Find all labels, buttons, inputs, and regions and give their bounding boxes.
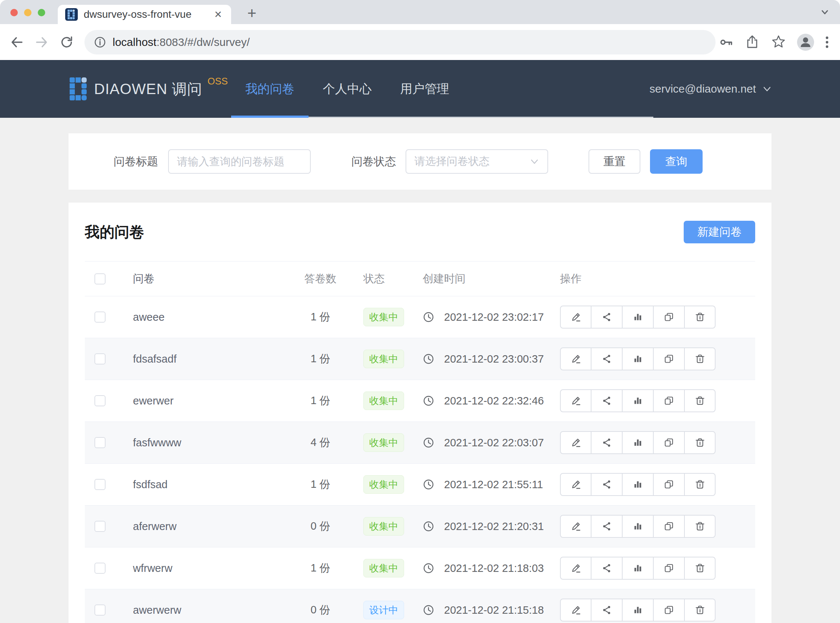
row-checkbox[interactable]: [95, 521, 106, 532]
delete-button[interactable]: [684, 473, 716, 496]
clock-icon: [423, 604, 434, 616]
survey-status-label: 问卷状态: [351, 154, 396, 169]
copy-button[interactable]: [653, 557, 684, 580]
browser-menu-icon[interactable]: [825, 35, 829, 50]
site-info-icon[interactable]: [94, 35, 107, 49]
share-button[interactable]: [591, 389, 622, 412]
reset-button[interactable]: 重置: [589, 149, 641, 174]
row-checkbox[interactable]: [95, 437, 106, 448]
nav-item-1[interactable]: 个人中心: [308, 60, 386, 118]
nav-item-2[interactable]: 用户管理: [386, 60, 463, 118]
delete-button[interactable]: [684, 389, 716, 412]
profile-avatar[interactable]: [797, 34, 814, 51]
survey-name: awerwerw: [116, 604, 291, 616]
edit-button[interactable]: [560, 473, 591, 496]
brand-name: DIAOWEN 调问: [94, 79, 202, 99]
edit-button[interactable]: [560, 515, 591, 538]
survey-count: 4 份: [291, 435, 350, 450]
share-button[interactable]: [591, 598, 622, 621]
table-row: fsdfsad 1 份 收集中 2021-12-02 21:55:11: [85, 464, 755, 506]
row-checkbox[interactable]: [95, 479, 106, 490]
nav-item-0[interactable]: 我的问卷: [231, 60, 308, 118]
survey-name: aweee: [116, 311, 291, 323]
row-actions: [560, 598, 755, 621]
chart-button[interactable]: [622, 473, 653, 496]
edit-button[interactable]: [560, 389, 591, 412]
back-icon[interactable]: [10, 35, 25, 50]
share-button[interactable]: [591, 431, 622, 454]
share-button[interactable]: [591, 347, 622, 370]
password-key-icon[interactable]: [719, 34, 734, 50]
row-checkbox[interactable]: [95, 563, 106, 574]
new-tab-button[interactable]: +: [242, 5, 261, 23]
copy-button[interactable]: [653, 598, 684, 621]
user-menu[interactable]: service@diaowen.net: [650, 60, 772, 118]
delete-button[interactable]: [684, 557, 716, 580]
select-placeholder: 请选择问卷状态: [414, 154, 490, 169]
chart-button[interactable]: [622, 557, 653, 580]
chevron-down-icon: [530, 157, 539, 166]
survey-title-input[interactable]: [168, 149, 311, 174]
created-time: 2021-12-02 21:15:18: [444, 604, 544, 616]
delete-button[interactable]: [684, 347, 716, 370]
row-actions: [560, 431, 755, 454]
column-actions: 操作: [546, 272, 755, 286]
survey-count: 0 份: [291, 519, 350, 534]
chart-button[interactable]: [622, 305, 653, 328]
edit-button[interactable]: [560, 557, 591, 580]
forward-icon[interactable]: [34, 35, 49, 50]
share-button[interactable]: [591, 557, 622, 580]
browser-tab[interactable]: dwsurvey-oss-front-vue ✕: [58, 5, 231, 24]
delete-button[interactable]: [684, 598, 716, 621]
chart-button[interactable]: [622, 347, 653, 370]
edit-button[interactable]: [560, 431, 591, 454]
traffic-lights: [11, 9, 45, 16]
chart-button[interactable]: [622, 598, 653, 621]
url-bar[interactable]: localhost:8083/#/dw/survey/: [84, 30, 716, 54]
table-header-row: 问卷 答卷数 状态 创建时间 操作: [85, 261, 755, 296]
brand-logo[interactable]: DIAOWEN 调问 OSS: [70, 60, 228, 118]
edit-button[interactable]: [560, 347, 591, 370]
survey-status-select[interactable]: 请选择问卷状态: [406, 149, 548, 174]
share-button[interactable]: [591, 515, 622, 538]
zoom-window-button[interactable]: [38, 9, 45, 16]
clock-icon: [423, 395, 434, 407]
status-badge: 收集中: [363, 475, 404, 494]
reload-icon[interactable]: [59, 35, 74, 50]
copy-button[interactable]: [653, 473, 684, 496]
copy-button[interactable]: [653, 347, 684, 370]
share-button[interactable]: [591, 473, 622, 496]
edit-button[interactable]: [560, 598, 591, 621]
query-button[interactable]: 查询: [650, 149, 703, 174]
copy-button[interactable]: [653, 389, 684, 412]
row-checkbox[interactable]: [95, 312, 106, 322]
copy-button[interactable]: [653, 305, 684, 328]
row-checkbox[interactable]: [95, 353, 106, 364]
row-checkbox[interactable]: [95, 395, 106, 406]
chart-button[interactable]: [622, 515, 653, 538]
chart-button[interactable]: [622, 389, 653, 412]
copy-button[interactable]: [653, 515, 684, 538]
minimize-window-button[interactable]: [24, 9, 32, 16]
tab-search-chevron-icon[interactable]: [819, 7, 830, 18]
table-row: fasfwwww 4 份 收集中 2021-12-02 22:03:07: [85, 422, 755, 464]
copy-button[interactable]: [653, 431, 684, 454]
survey-count: 1 份: [291, 561, 350, 575]
tab-close-icon[interactable]: ✕: [213, 9, 224, 20]
created-time: 2021-12-02 22:32:46: [444, 395, 544, 407]
share-icon[interactable]: [745, 34, 760, 50]
delete-button[interactable]: [684, 431, 716, 454]
row-checkbox[interactable]: [95, 605, 106, 615]
close-window-button[interactable]: [11, 9, 18, 16]
share-button[interactable]: [591, 305, 622, 328]
new-survey-button[interactable]: 新建问卷: [684, 221, 755, 243]
bookmark-star-icon[interactable]: [770, 34, 787, 51]
delete-button[interactable]: [684, 305, 716, 328]
clock-icon: [423, 520, 434, 532]
page-title: 我的问卷: [85, 222, 144, 242]
column-survey: 问卷: [116, 272, 291, 286]
delete-button[interactable]: [684, 515, 716, 538]
chart-button[interactable]: [622, 431, 653, 454]
select-all-checkbox[interactable]: [95, 273, 106, 284]
edit-button[interactable]: [560, 305, 591, 328]
